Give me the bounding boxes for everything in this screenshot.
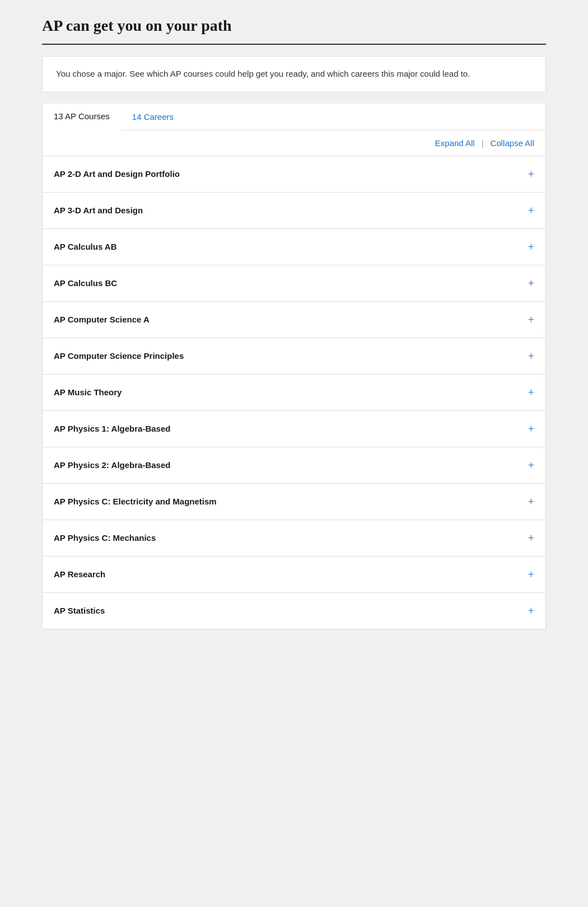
expand-collapse-bar: Expand All | Collapse All (43, 130, 545, 156)
course-item[interactable]: AP Research+ (43, 557, 545, 593)
title-divider (42, 44, 546, 45)
expand-icon[interactable]: + (528, 278, 534, 289)
expand-icon[interactable]: + (528, 314, 534, 325)
course-list: AP 2-D Art and Design Portfolio+AP 3-D A… (43, 156, 545, 629)
intro-box: You chose a major. See which AP courses … (42, 56, 546, 92)
course-item[interactable]: AP Computer Science Principles+ (43, 338, 545, 375)
page-container: AP can get you on your path You chose a … (42, 17, 546, 629)
expand-icon[interactable]: + (528, 569, 534, 580)
course-item[interactable]: AP Physics C: Mechanics+ (43, 520, 545, 557)
expand-icon[interactable]: + (528, 169, 534, 180)
expand-icon[interactable]: + (528, 205, 534, 216)
course-name: AP Physics 1: Algebra-Based (54, 424, 170, 433)
expand-icon[interactable]: + (528, 460, 534, 471)
course-item[interactable]: AP 3-D Art and Design+ (43, 193, 545, 229)
course-item[interactable]: AP Computer Science A+ (43, 302, 545, 338)
course-item[interactable]: AP Calculus BC+ (43, 265, 545, 302)
collapse-all-button[interactable]: Collapse All (491, 138, 534, 148)
course-item[interactable]: AP Physics C: Electricity and Magnetism+ (43, 484, 545, 520)
course-name: AP Calculus AB (54, 242, 117, 251)
tab-careers[interactable]: 14 Careers (121, 104, 185, 130)
course-item[interactable]: AP Music Theory+ (43, 375, 545, 411)
pipe-divider: | (482, 138, 484, 148)
course-name: AP 2-D Art and Design Portfolio (54, 169, 180, 179)
expand-icon[interactable]: + (528, 387, 534, 398)
course-item[interactable]: AP Calculus AB+ (43, 229, 545, 265)
course-name: AP Music Theory (54, 387, 122, 397)
tab-courses[interactable]: 13 AP Courses (43, 104, 121, 130)
tabs-header: 13 AP Courses 14 Careers (43, 104, 545, 130)
course-name: AP Research (54, 569, 105, 579)
expand-icon[interactable]: + (528, 423, 534, 434)
course-item[interactable]: AP Statistics+ (43, 593, 545, 629)
course-name: AP Physics 2: Algebra-Based (54, 460, 170, 470)
course-name: AP Physics C: Electricity and Magnetism (54, 497, 217, 506)
course-item[interactable]: AP Physics 1: Algebra-Based+ (43, 411, 545, 447)
expand-icon[interactable]: + (528, 350, 534, 362)
intro-text: You chose a major. See which AP courses … (56, 68, 532, 81)
page-title: AP can get you on your path (42, 17, 546, 35)
course-name: AP Computer Science Principles (54, 351, 184, 361)
course-item[interactable]: AP 2-D Art and Design Portfolio+ (43, 156, 545, 193)
course-name: AP Physics C: Mechanics (54, 533, 156, 543)
expand-icon[interactable]: + (528, 532, 534, 544)
tabs-container: 13 AP Courses 14 Careers Expand All | Co… (42, 104, 546, 629)
expand-icon[interactable]: + (528, 496, 534, 507)
course-name: AP Calculus BC (54, 278, 117, 288)
course-name: AP Computer Science A (54, 315, 150, 324)
expand-icon[interactable]: + (528, 605, 534, 616)
course-item[interactable]: AP Physics 2: Algebra-Based+ (43, 447, 545, 484)
course-name: AP 3-D Art and Design (54, 205, 143, 215)
course-name: AP Statistics (54, 606, 105, 615)
expand-icon[interactable]: + (528, 241, 534, 253)
expand-all-button[interactable]: Expand All (435, 138, 475, 148)
